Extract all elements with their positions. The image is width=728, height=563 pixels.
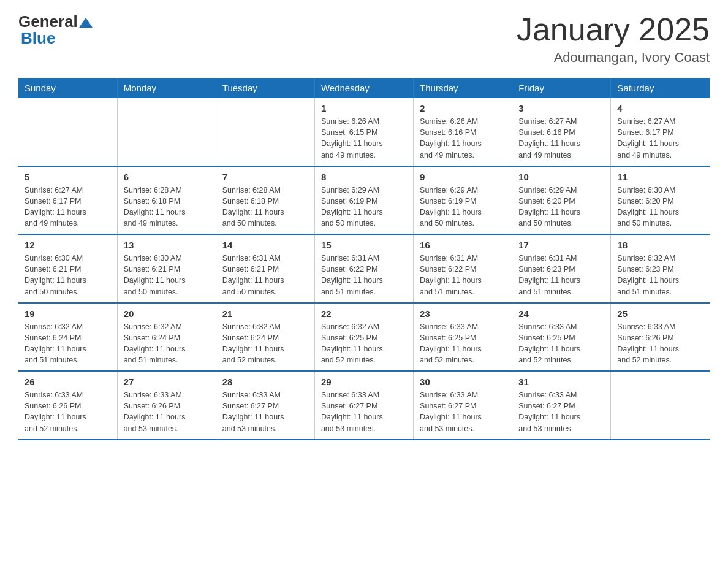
day-info: Sunrise: 6:30 AMSunset: 6:20 PMDaylight:… <box>617 185 703 229</box>
calendar-cell: 6Sunrise: 6:28 AMSunset: 6:18 PMDaylight… <box>117 166 216 235</box>
calendar-cell: 21Sunrise: 6:32 AMSunset: 6:24 PMDayligh… <box>216 303 314 372</box>
day-info: Sunrise: 6:33 AMSunset: 6:25 PMDaylight:… <box>518 321 604 366</box>
day-number: 13 <box>124 240 210 250</box>
calendar-cell: 25Sunrise: 6:33 AMSunset: 6:26 PMDayligh… <box>611 303 710 372</box>
day-info: Sunrise: 6:33 AMSunset: 6:25 PMDaylight:… <box>420 321 506 366</box>
calendar-cell <box>611 371 710 440</box>
calendar-cell: 30Sunrise: 6:33 AMSunset: 6:27 PMDayligh… <box>414 371 512 440</box>
logo-blue-text: Blue <box>21 29 55 48</box>
day-number: 17 <box>518 240 604 250</box>
calendar-cell: 23Sunrise: 6:33 AMSunset: 6:25 PMDayligh… <box>414 303 512 372</box>
day-number: 11 <box>617 172 703 182</box>
header-row: Sunday Monday Tuesday Wednesday Thursday… <box>18 78 710 98</box>
col-sunday: Sunday <box>18 78 117 98</box>
day-number: 10 <box>518 172 604 182</box>
day-info: Sunrise: 6:27 AMSunset: 6:16 PMDaylight:… <box>518 116 604 161</box>
day-info: Sunrise: 6:31 AMSunset: 6:22 PMDaylight:… <box>321 253 407 297</box>
day-number: 15 <box>321 240 407 250</box>
day-number: 20 <box>124 308 210 319</box>
calendar-cell: 26Sunrise: 6:33 AMSunset: 6:26 PMDayligh… <box>18 371 117 440</box>
col-saturday: Saturday <box>611 78 710 98</box>
week-row-3: 12Sunrise: 6:30 AMSunset: 6:21 PMDayligh… <box>18 234 710 303</box>
day-info: Sunrise: 6:29 AMSunset: 6:19 PMDaylight:… <box>420 185 506 229</box>
calendar-cell: 11Sunrise: 6:30 AMSunset: 6:20 PMDayligh… <box>611 166 710 235</box>
calendar-cell <box>216 98 314 166</box>
calendar-cell: 14Sunrise: 6:31 AMSunset: 6:21 PMDayligh… <box>216 234 314 303</box>
col-tuesday: Tuesday <box>216 78 314 98</box>
day-number: 30 <box>420 377 506 387</box>
week-row-2: 5Sunrise: 6:27 AMSunset: 6:17 PMDaylight… <box>18 166 710 235</box>
day-info: Sunrise: 6:32 AMSunset: 6:24 PMDaylight:… <box>124 321 210 366</box>
calendar-cell: 3Sunrise: 6:27 AMSunset: 6:16 PMDaylight… <box>512 98 611 166</box>
calendar-header: Sunday Monday Tuesday Wednesday Thursday… <box>18 78 710 98</box>
day-number: 22 <box>321 308 407 319</box>
day-number: 26 <box>25 377 111 387</box>
day-number: 7 <box>222 172 308 182</box>
calendar-cell: 10Sunrise: 6:29 AMSunset: 6:20 PMDayligh… <box>512 166 611 235</box>
calendar-cell: 2Sunrise: 6:26 AMSunset: 6:16 PMDaylight… <box>414 98 512 166</box>
calendar-cell: 28Sunrise: 6:33 AMSunset: 6:27 PMDayligh… <box>216 371 314 440</box>
day-number: 16 <box>420 240 506 250</box>
day-number: 19 <box>25 308 111 319</box>
day-info: Sunrise: 6:28 AMSunset: 6:18 PMDaylight:… <box>124 185 210 229</box>
week-row-4: 19Sunrise: 6:32 AMSunset: 6:24 PMDayligh… <box>18 303 710 372</box>
day-number: 24 <box>518 308 604 319</box>
calendar-cell: 20Sunrise: 6:32 AMSunset: 6:24 PMDayligh… <box>117 303 216 372</box>
page-subtitle: Adoumangan, Ivory Coast <box>517 50 710 66</box>
day-info: Sunrise: 6:33 AMSunset: 6:26 PMDaylight:… <box>617 321 703 366</box>
calendar-cell <box>18 98 117 166</box>
day-info: Sunrise: 6:33 AMSunset: 6:26 PMDaylight:… <box>124 389 210 434</box>
col-monday: Monday <box>117 78 216 98</box>
day-number: 25 <box>617 308 703 319</box>
calendar-cell: 22Sunrise: 6:32 AMSunset: 6:25 PMDayligh… <box>314 303 413 372</box>
calendar-cell: 31Sunrise: 6:33 AMSunset: 6:27 PMDayligh… <box>512 371 611 440</box>
col-friday: Friday <box>512 78 611 98</box>
day-info: Sunrise: 6:33 AMSunset: 6:26 PMDaylight:… <box>25 389 111 434</box>
calendar-body: 1Sunrise: 6:26 AMSunset: 6:15 PMDaylight… <box>18 98 710 440</box>
logo-triangle-icon <box>79 17 93 30</box>
calendar-cell: 27Sunrise: 6:33 AMSunset: 6:26 PMDayligh… <box>117 371 216 440</box>
calendar-cell: 15Sunrise: 6:31 AMSunset: 6:22 PMDayligh… <box>314 234 413 303</box>
calendar-cell: 5Sunrise: 6:27 AMSunset: 6:17 PMDaylight… <box>18 166 117 235</box>
day-info: Sunrise: 6:32 AMSunset: 6:23 PMDaylight:… <box>617 253 703 297</box>
calendar-cell: 13Sunrise: 6:30 AMSunset: 6:21 PMDayligh… <box>117 234 216 303</box>
calendar-cell <box>117 98 216 166</box>
calendar-cell: 19Sunrise: 6:32 AMSunset: 6:24 PMDayligh… <box>18 303 117 372</box>
day-info: Sunrise: 6:29 AMSunset: 6:20 PMDaylight:… <box>518 185 604 229</box>
day-info: Sunrise: 6:27 AMSunset: 6:17 PMDaylight:… <box>617 116 703 161</box>
day-info: Sunrise: 6:28 AMSunset: 6:18 PMDaylight:… <box>222 185 308 229</box>
day-number: 12 <box>25 240 111 250</box>
week-row-1: 1Sunrise: 6:26 AMSunset: 6:15 PMDaylight… <box>18 98 710 166</box>
day-info: Sunrise: 6:31 AMSunset: 6:21 PMDaylight:… <box>222 253 308 297</box>
day-number: 27 <box>124 377 210 387</box>
day-number: 1 <box>321 103 407 113</box>
col-thursday: Thursday <box>414 78 512 98</box>
day-info: Sunrise: 6:33 AMSunset: 6:27 PMDaylight:… <box>518 389 604 434</box>
day-info: Sunrise: 6:33 AMSunset: 6:27 PMDaylight:… <box>420 389 506 434</box>
svg-marker-0 <box>79 18 93 28</box>
calendar-cell: 24Sunrise: 6:33 AMSunset: 6:25 PMDayligh… <box>512 303 611 372</box>
calendar-cell: 4Sunrise: 6:27 AMSunset: 6:17 PMDaylight… <box>611 98 710 166</box>
day-number: 8 <box>321 172 407 182</box>
day-info: Sunrise: 6:30 AMSunset: 6:21 PMDaylight:… <box>25 253 111 297</box>
day-number: 4 <box>617 103 703 113</box>
calendar-cell: 18Sunrise: 6:32 AMSunset: 6:23 PMDayligh… <box>611 234 710 303</box>
calendar-table: Sunday Monday Tuesday Wednesday Thursday… <box>18 78 710 440</box>
logo: General Blue <box>18 12 94 48</box>
page-header: General Blue January 2025 Adoumangan, Iv… <box>18 12 710 66</box>
week-row-5: 26Sunrise: 6:33 AMSunset: 6:26 PMDayligh… <box>18 371 710 440</box>
day-info: Sunrise: 6:30 AMSunset: 6:21 PMDaylight:… <box>124 253 210 297</box>
day-number: 31 <box>518 377 604 387</box>
calendar-cell: 8Sunrise: 6:29 AMSunset: 6:19 PMDaylight… <box>314 166 413 235</box>
day-number: 23 <box>420 308 506 319</box>
day-info: Sunrise: 6:31 AMSunset: 6:23 PMDaylight:… <box>518 253 604 297</box>
day-info: Sunrise: 6:33 AMSunset: 6:27 PMDaylight:… <box>222 389 308 434</box>
day-info: Sunrise: 6:32 AMSunset: 6:24 PMDaylight:… <box>25 321 111 366</box>
day-info: Sunrise: 6:26 AMSunset: 6:16 PMDaylight:… <box>420 116 506 161</box>
day-info: Sunrise: 6:33 AMSunset: 6:27 PMDaylight:… <box>321 389 407 434</box>
day-number: 14 <box>222 240 308 250</box>
day-info: Sunrise: 6:26 AMSunset: 6:15 PMDaylight:… <box>321 116 407 161</box>
day-number: 21 <box>222 308 308 319</box>
calendar-cell: 9Sunrise: 6:29 AMSunset: 6:19 PMDaylight… <box>414 166 512 235</box>
col-wednesday: Wednesday <box>314 78 413 98</box>
